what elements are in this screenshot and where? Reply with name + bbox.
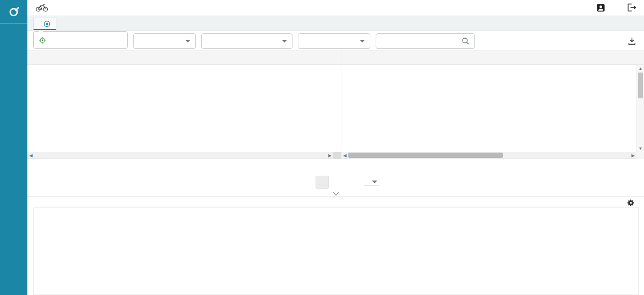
scroll-left-icon[interactable]: ◀ [341, 152, 348, 159]
item-type-select[interactable] [298, 33, 370, 49]
scroll-up-icon[interactable]: ▲ [637, 65, 644, 72]
psi-table: ◀ ▶ ▲ ▼ ◀ ▶ [27, 51, 644, 159]
user-account-icon[interactable] [596, 3, 605, 12]
scroll-left-icon[interactable]: ◀ [27, 152, 34, 159]
scrollbar-corner [636, 152, 644, 159]
tab-supply-plan-psi[interactable] [33, 18, 56, 30]
current-page-button[interactable] [316, 176, 329, 189]
psi-chart [34, 208, 638, 281]
site-select[interactable] [133, 33, 196, 49]
table-vscrollbar[interactable]: ▲ ▼ [636, 65, 644, 152]
chart-settings-gear-icon[interactable] [627, 199, 635, 208]
chevron-down-icon [185, 40, 191, 42]
pagination [27, 173, 644, 191]
topbar-right [589, 3, 636, 12]
app-root: ◀ ▶ ▲ ▼ ◀ ▶ [0, 0, 644, 295]
hscrollbar-thumb[interactable] [348, 153, 503, 158]
chevron-down-icon [372, 181, 377, 183]
search-icon[interactable] [462, 37, 470, 45]
page-size-select[interactable] [364, 179, 379, 185]
table-fixed-rows [27, 65, 341, 152]
download-icon[interactable] [627, 37, 636, 46]
chart-section [27, 197, 644, 295]
table-fixed-header-row [27, 51, 341, 65]
table-date-header-row [341, 51, 644, 65]
topbar [27, 0, 644, 16]
version-select[interactable] [33, 31, 128, 49]
vscrollbar-thumb[interactable] [638, 73, 643, 98]
sidebar [0, 0, 27, 295]
version-target-icon [39, 37, 46, 44]
chevron-down-icon [282, 40, 287, 42]
breadcrumb [35, 4, 50, 12]
chart-card [33, 207, 639, 295]
scrollbar-corner [333, 152, 341, 159]
scrollbar-track[interactable] [348, 152, 630, 159]
fixed-panel-hscrollbar[interactable]: ◀ ▶ [27, 152, 341, 159]
scroll-right-icon[interactable]: ▶ [326, 152, 333, 159]
table-dates-panel: ▲ ▼ ◀ ▶ [341, 51, 644, 159]
bicycle-icon [35, 4, 49, 12]
scroll-right-icon[interactable]: ▶ [630, 152, 636, 159]
table-fixed-panel: ◀ ▶ [27, 51, 341, 159]
total-rows-bar [27, 159, 644, 173]
item-category-select[interactable] [201, 33, 292, 49]
main-area: ◀ ▶ ▲ ▼ ◀ ▶ [27, 0, 644, 295]
scrollbar-track[interactable] [34, 152, 326, 159]
chart-legend [34, 283, 638, 295]
chevron-down-icon [360, 40, 365, 42]
collapse-chart-handle[interactable] [27, 191, 644, 197]
logout-icon[interactable] [627, 3, 636, 12]
dates-panel-hscrollbar[interactable]: ◀ ▶ [341, 152, 644, 159]
tab-bar [27, 16, 644, 31]
tab-close-icon[interactable] [43, 20, 50, 27]
scroll-down-icon[interactable]: ▼ [637, 145, 644, 152]
filter-bar [27, 31, 644, 51]
table-value-rows [341, 65, 644, 152]
item-search-field[interactable] [376, 33, 475, 49]
app-logo-icon[interactable] [0, 0, 27, 24]
